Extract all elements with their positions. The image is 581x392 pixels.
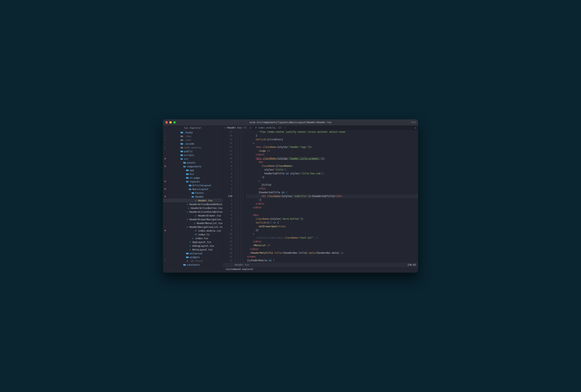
tree-item-label: in-page [190, 177, 200, 179]
command-line[interactable]: :CocCommand explorer [223, 267, 418, 273]
tree-file-HeaderActionShareButton[interactable]: ⚛HeaderActionShareButton [163, 210, 222, 214]
tree-file-HeaderActionBasedOnRout[interactable]: ⚛HeaderActionBasedOnRout [163, 202, 222, 206]
line-number: 13 [223, 243, 232, 247]
code-line: } [246, 134, 418, 138]
line-number: 2 [223, 202, 232, 206]
tree-folder-biz[interactable]: biz [163, 172, 222, 176]
window-title: nvim src/components/layouts/BasicLayout/… [163, 121, 418, 124]
line-number: 130 [223, 195, 232, 198]
line-number: 8 [223, 164, 232, 168]
tree-folder-public[interactable]: public [163, 150, 222, 153]
close-window-button[interactable] [165, 121, 168, 124]
tree-folder-components[interactable]: Mcomponents [163, 165, 222, 168]
code-line: </nav> [246, 255, 418, 259]
close-tab-button[interactable]: ✕ [284, 126, 286, 129]
tree-item-label: NoteLayout.tsx [192, 248, 212, 251]
git-status-indicator: M [163, 165, 167, 168]
tree-item-label: HeaderMenuList.tsx [197, 222, 222, 225]
line-number: 11 [223, 153, 232, 157]
git-status-indicator: M [163, 180, 167, 183]
line-number: 16 [223, 134, 232, 138]
git-status-indicator: M [163, 158, 167, 160]
git-status-indicator: M [163, 188, 167, 191]
tree-item-label: HeaderDrawer.tsx [198, 214, 221, 217]
tree-file-AppLayout.tsx[interactable]: ⚛AppLayout.tsx [163, 240, 222, 244]
tree-file-index.ts[interactable]: TSindex.ts [163, 233, 222, 236]
tree-item-label: app [190, 169, 194, 172]
minimize-window-button[interactable] [169, 121, 172, 124]
tree-file-index.tsx[interactable]: ⚛index.tsx [163, 236, 222, 240]
line-number: 4 [223, 209, 232, 213]
line-number: 7 [223, 221, 232, 225]
tree-folder-node_modules[interactable]: !node_modules [163, 146, 222, 150]
tree-item-label: HeaderActionBasedOnRout [190, 203, 222, 206]
file-tree[interactable]: .husky!.idea!.next.vscode!node_modulespu… [163, 131, 222, 273]
traffic-lights [165, 121, 176, 124]
tree-folder-ArticleLayout[interactable]: ArticleLayout [163, 184, 222, 187]
tree-item-label: HeaderDrawerNavigation. [190, 218, 222, 221]
line-number: 15 [223, 251, 232, 255]
tree-folder-layouts[interactable]: Mlayouts [163, 180, 222, 184]
tree-item-label: index.ts [198, 233, 210, 236]
git-status-indicator: ! [163, 260, 167, 262]
git-status-indicator: ! [163, 135, 167, 138]
close-all-tabs-button[interactable]: ✕ [412, 125, 418, 130]
tab-Header-tsx[interactable]: ⚛Header.tsx(5)✕ [223, 125, 253, 130]
line-number: 2 [223, 187, 232, 191]
tree-folder-widgets[interactable]: widgets [163, 255, 222, 259]
tree-item-label: scripts [184, 154, 194, 157]
code-line: className={styles['more-button']} [246, 217, 418, 221]
tree-folder-BasicLayout[interactable]: MBasicLayout [163, 187, 222, 191]
tree-item-label: biz [190, 173, 194, 176]
tree-folder-Footer[interactable]: Footer [163, 191, 222, 195]
line-number: 9 [223, 160, 232, 164]
tree-folder-scripts[interactable]: scripts [163, 153, 222, 157]
tree-file-DebugLayout.tsx[interactable]: ⚛DebugLayout.tsx [163, 244, 222, 248]
code-line: <MenuList /> [246, 243, 418, 247]
tree-folder-app[interactable]: app [163, 168, 222, 172]
line-number: 17 [223, 259, 232, 262]
line-number: 11 [223, 236, 232, 240]
line-number: 5 [223, 213, 232, 217]
tree-folder-.idea[interactable]: !.idea [163, 134, 222, 138]
tab-count: (5) [243, 126, 247, 129]
window-shortcut: ⌘⌥2 [411, 121, 416, 124]
line-number: 10 [223, 157, 232, 160]
tree-file-.DS_Store[interactable]: !⚙.DS_Store [163, 259, 222, 263]
tree-folder-.next[interactable]: !.next [163, 138, 222, 142]
code-line: <div className={styles['header-logo']}> [246, 145, 418, 149]
tree-file-HeaderDrawer.tsx[interactable]: ⚛HeaderDrawer.tsx [163, 214, 222, 217]
tab-index-module-[interactable]: #index.module…(3)✕ [253, 125, 288, 130]
code-line: {isPadOrMobile && ( [246, 259, 418, 262]
line-number: 16 [223, 255, 232, 259]
tree-folder-Header[interactable]: MHeader [163, 195, 222, 198]
tree-item-label: ArticleLayout [192, 184, 211, 187]
tree-folder-.husky[interactable]: .husky [163, 131, 222, 134]
code-line: {headerSubTitle && ( [246, 191, 418, 195]
line-number: 4 [223, 179, 232, 183]
line-number: 5 [223, 176, 232, 179]
tree-item-label: .idea [184, 135, 191, 138]
line-number: 14 [223, 142, 232, 145]
tree-item-label: index.module.css [198, 229, 221, 232]
tree-file-NoteLayout.tsx[interactable]: ⚛NoteLayout.tsx [163, 248, 222, 251]
tree-folder-src[interactable]: Msrc [163, 157, 222, 161]
tree-folder-universal[interactable]: universal [163, 251, 222, 255]
tree-folder-constants[interactable]: constants [163, 263, 222, 267]
line-number-gutter: 1716151413121110987654321130123456789101… [223, 130, 234, 263]
tree-folder-.vscode[interactable]: .vscode [163, 142, 222, 146]
tree-file-index.module.css[interactable]: M#index.module.css [163, 229, 222, 233]
code-area: 1716151413121110987654321130123456789101… [223, 130, 418, 263]
tree-file-HeaderNavigationList.ts[interactable]: ⚛HeaderNavigationList.ts [163, 225, 222, 229]
tree-file-HeaderDrawerNavigation.[interactable]: ⚛HeaderDrawerNavigation. [163, 217, 222, 221]
tree-folder-assets[interactable]: assets [163, 161, 222, 165]
tree-file-HeaderMenuList.tsx[interactable]: ⚛HeaderMenuList.tsx [163, 221, 222, 225]
tree-file-Header.tsx[interactable]: ⚛Header.tsx [163, 198, 222, 202]
code-line: > [246, 142, 418, 145]
close-tab-button[interactable]: ✕ [250, 126, 251, 129]
maximize-window-button[interactable] [173, 121, 176, 124]
tree-folder-in-page[interactable]: in-page [163, 176, 222, 180]
line-number: 17 [223, 130, 232, 134]
tree-file-HeaderActionButton.tsx[interactable]: ⚛HeaderActionButton.tsx [163, 206, 222, 210]
code-content[interactable]: 'flex items-center justify-center cursor… [246, 130, 418, 263]
